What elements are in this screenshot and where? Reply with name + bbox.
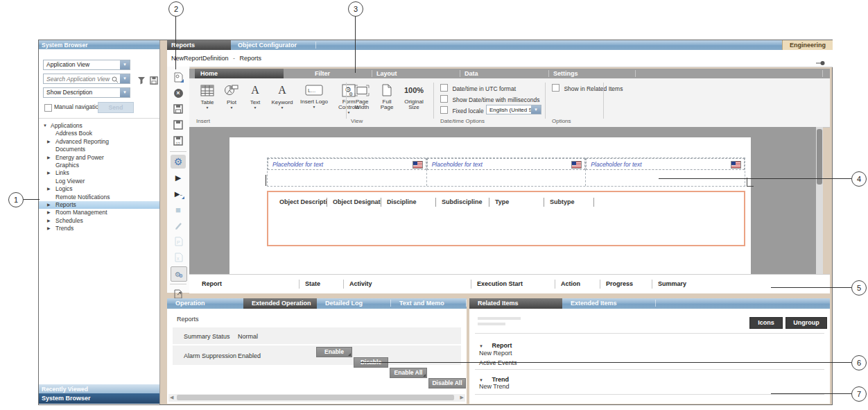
scrollbar-thumb[interactable] [817, 129, 822, 185]
text-placeholder[interactable]: Placeholder for text [586, 158, 745, 170]
collapsed-arrow-icon[interactable]: ▶ [47, 185, 51, 193]
dropdown-arrow-icon[interactable]: ▼ [531, 105, 541, 114]
description-selector[interactable]: Show Description ▼ [43, 87, 130, 98]
locale-selector[interactable]: English (United States) ▼ [486, 105, 541, 114]
breadcrumb-section[interactable]: Reports [240, 55, 262, 62]
report-table[interactable]: Object Description Object Designation Di… [267, 191, 745, 246]
milliseconds-checkbox[interactable] [440, 95, 448, 103]
page-width-button[interactable]: Page Width [351, 81, 373, 110]
icons-button[interactable]: Icons [749, 317, 783, 329]
export-pdf-icon[interactable]: P [171, 234, 186, 248]
utc-format-checkbox[interactable] [440, 84, 448, 92]
column-action[interactable]: Action [555, 280, 600, 289]
related-item-new-trend[interactable]: New Trend [479, 383, 510, 390]
tab-reports[interactable]: Reports [167, 40, 231, 50]
tab-engineering[interactable]: Engineering [782, 40, 833, 50]
search-icon[interactable] [112, 74, 120, 83]
filter-icon[interactable] [137, 75, 146, 87]
expanded-arrow-icon[interactable]: ▼ [479, 344, 483, 348]
us-flag-icon[interactable] [571, 161, 582, 169]
tree-item-documents[interactable]: Documents [39, 146, 159, 153]
system-browser-footer-bar[interactable]: System Browser [39, 393, 159, 404]
enable-all-button[interactable]: Enable All [390, 368, 427, 378]
tree-item-reports[interactable]: ▶Reports [39, 201, 159, 209]
operation-panel-hscrollbar[interactable]: ◀ ▶ [168, 394, 465, 402]
expanded-arrow-icon[interactable]: ▼ [43, 122, 47, 130]
text-placeholder[interactable]: Placeholder for text [268, 158, 426, 170]
disable-all-button[interactable]: Disable All [428, 378, 466, 388]
insert-plot-button[interactable]: Plot▼ [220, 81, 243, 114]
column-state[interactable]: State [299, 280, 343, 289]
tree-item-schedules[interactable]: ▶Schedules [39, 217, 159, 225]
tab-text-and-memo[interactable]: Text and Memo [391, 298, 453, 309]
stop-icon[interactable]: ■ [171, 203, 186, 216]
related-item-active-events[interactable]: Active Events [479, 359, 517, 366]
tab-related-items[interactable]: Related Items [469, 298, 562, 309]
tab-operation[interactable]: Operation [167, 298, 243, 309]
view-selector[interactable]: Application View ▼ [43, 60, 130, 70]
tab-detailed-log[interactable]: Detailed Log [317, 298, 390, 309]
header-cell[interactable]: Placeholder for text [427, 158, 587, 186]
column-discipline[interactable]: Discipline [381, 198, 436, 207]
tree-item-address-book[interactable]: Address Book [39, 130, 159, 137]
scrollbar-thumb[interactable] [177, 395, 454, 400]
column-report[interactable]: Report [202, 280, 299, 289]
pin-icon[interactable] [816, 56, 826, 61]
ribbon-tab-filter[interactable]: Filter [315, 69, 330, 78]
search-input[interactable] [44, 74, 112, 83]
collapsed-arrow-icon[interactable]: ▶ [47, 154, 51, 162]
edit-icon[interactable] [171, 219, 186, 232]
header-cell[interactable]: Placeholder for text [586, 158, 745, 186]
new-report-icon[interactable] [171, 70, 186, 84]
column-subdiscipline[interactable]: Subdiscipline [436, 198, 489, 207]
run-options-icon[interactable]: ▶... [171, 187, 186, 200]
scroll-right-arrow-icon[interactable]: ▶ [460, 395, 464, 400]
cancel-icon[interactable]: × [171, 86, 186, 100]
insert-table-button[interactable]: Table▼ [196, 81, 218, 114]
related-item-new-report[interactable]: New Report [479, 350, 512, 357]
us-flag-icon[interactable] [731, 161, 741, 169]
show-related-checkbox[interactable] [552, 84, 559, 92]
breadcrumb-name[interactable]: NewReportDefinition [171, 55, 229, 62]
column-progress[interactable]: Progress [600, 280, 652, 289]
collapsed-arrow-icon[interactable]: ▶ [47, 209, 51, 216]
collapsed-arrow-icon[interactable]: ▶ [47, 217, 51, 225]
insert-text-button[interactable]: A Text▼ [245, 81, 266, 114]
collapsed-arrow-icon[interactable]: ▶ [47, 169, 51, 177]
collapsed-arrow-icon[interactable]: ▶ [47, 225, 51, 232]
tree-item-trends[interactable]: ▶Trends [39, 225, 159, 232]
tab-extended-items[interactable]: Extended Items [562, 298, 655, 309]
settings-gears-icon[interactable]: ⚙⚙ [171, 266, 187, 282]
tree-item-logics[interactable]: ▶Logics [39, 185, 159, 193]
tab-object-configurator[interactable]: Object Configurator [231, 40, 315, 50]
ribbon-tab-layout[interactable]: Layout [376, 69, 397, 78]
tab-extended-operation[interactable]: Extended Operation [243, 298, 317, 309]
tree-item-graphics[interactable]: Graphics [39, 162, 159, 169]
canvas-scrollbar[interactable] [816, 127, 823, 274]
export-excel-icon[interactable]: x [171, 250, 186, 264]
gear-icon[interactable]: ⚙ [171, 155, 186, 169]
tree-item-energy-and-power[interactable]: ▶Energy and Power [39, 154, 159, 162]
column-activity[interactable]: Activity [343, 280, 471, 289]
send-button[interactable]: Send [98, 102, 134, 113]
recently-viewed-bar[interactable]: Recently Viewed [39, 384, 159, 393]
full-page-button[interactable]: Full Page [377, 81, 397, 110]
save-versioned-icon[interactable]: 12 [171, 134, 186, 148]
scroll-left-arrow-icon[interactable]: ◀ [170, 395, 173, 400]
column-object-designation[interactable]: Object Designation [327, 198, 381, 207]
expanded-arrow-icon[interactable]: ▼ [479, 378, 483, 382]
column-execution-start[interactable]: Execution Start [471, 280, 555, 289]
column-subtype[interactable]: Subtype [544, 198, 594, 207]
run-icon[interactable]: ▶ [171, 171, 186, 185]
tree-item-advanced-reporting[interactable]: ▶Advanced Reporting [39, 138, 159, 146]
us-flag-icon[interactable] [413, 161, 423, 169]
manual-navigation-checkbox[interactable] [44, 104, 52, 112]
original-size-button[interactable]: 100% Original Size [401, 81, 427, 110]
fixed-locale-checkbox[interactable] [440, 106, 448, 114]
header-cell[interactable]: Placeholder for text [268, 158, 427, 186]
dropdown-arrow-icon[interactable]: ▼ [120, 88, 130, 97]
collapsed-arrow-icon[interactable]: ▶ [47, 138, 51, 146]
collapsed-arrow-icon[interactable]: ▶ [47, 201, 51, 209]
ungroup-button[interactable]: Ungroup [785, 317, 827, 329]
column-summary[interactable]: Summary [652, 280, 713, 289]
